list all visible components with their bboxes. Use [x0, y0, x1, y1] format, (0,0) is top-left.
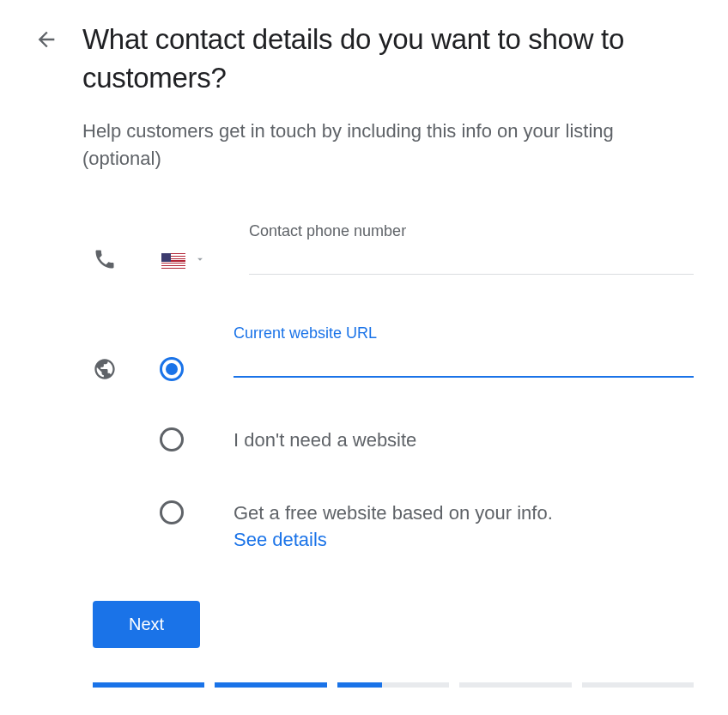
- radio-no-website-label: I don't need a website: [234, 429, 416, 451]
- phone-input[interactable]: [249, 245, 694, 275]
- progress-step-1: [93, 682, 204, 688]
- back-button[interactable]: [34, 27, 58, 55]
- website-url-label: Current website URL: [234, 324, 694, 342]
- radio-no-website[interactable]: [160, 427, 184, 451]
- phone-label: Contact phone number: [249, 222, 694, 240]
- radio-website-url[interactable]: [160, 357, 184, 381]
- progress-step-4: [459, 682, 571, 688]
- see-details-link[interactable]: See details: [234, 529, 694, 551]
- globe-icon: [93, 357, 117, 385]
- progress-step-3: [337, 682, 449, 688]
- radio-free-website[interactable]: [160, 500, 184, 524]
- progress-bar: [93, 682, 694, 688]
- phone-icon: [93, 247, 117, 275]
- chevron-down-icon: [194, 253, 206, 269]
- country-code-selector[interactable]: [161, 253, 206, 269]
- page-title: What contact details do you want to show…: [82, 21, 694, 97]
- progress-step-5: [582, 682, 694, 688]
- next-button[interactable]: Next: [93, 601, 200, 648]
- page-subtitle: Help customers get in touch by including…: [82, 118, 694, 173]
- website-url-input[interactable]: [234, 348, 694, 378]
- flag-us-icon: [161, 253, 185, 269]
- radio-free-website-label: Get a free website based on your info.: [234, 502, 553, 524]
- progress-step-2: [215, 682, 326, 688]
